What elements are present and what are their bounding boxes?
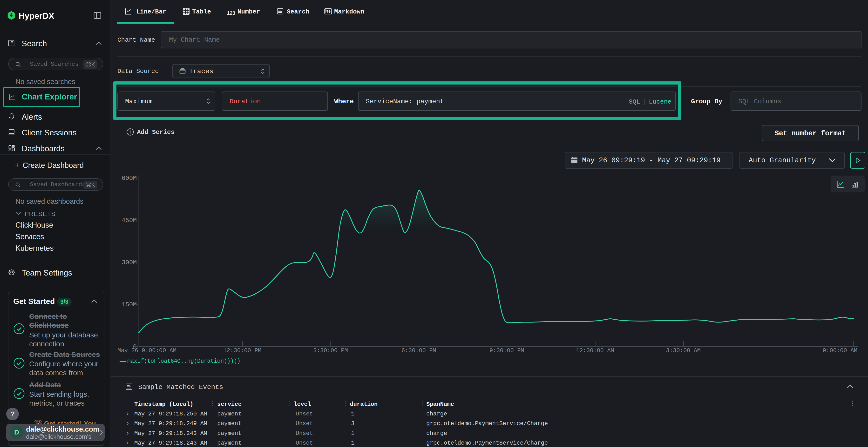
svg-text:12:30:00 AM: 12:30:00 AM <box>576 347 614 354</box>
svg-text:6:30:00 PM: 6:30:00 PM <box>401 347 436 354</box>
svg-text:150M: 150M <box>122 301 137 308</box>
svg-text:May 26 9:00:00 AM: May 26 9:00:00 AM <box>117 347 177 354</box>
svg-text:300M: 300M <box>122 259 137 266</box>
svg-text:9:30:00 PM: 9:30:00 PM <box>490 347 524 354</box>
svg-text:12:30:00 PM: 12:30:00 PM <box>223 347 261 354</box>
svg-text:3:30:00 AM: 3:30:00 AM <box>666 347 701 354</box>
svg-text:600M: 600M <box>122 175 137 182</box>
svg-text:9:00:00 AM: 9:00:00 AM <box>823 347 858 354</box>
svg-text:450M: 450M <box>122 217 137 224</box>
svg-text:3:30:00 PM: 3:30:00 PM <box>313 347 348 354</box>
